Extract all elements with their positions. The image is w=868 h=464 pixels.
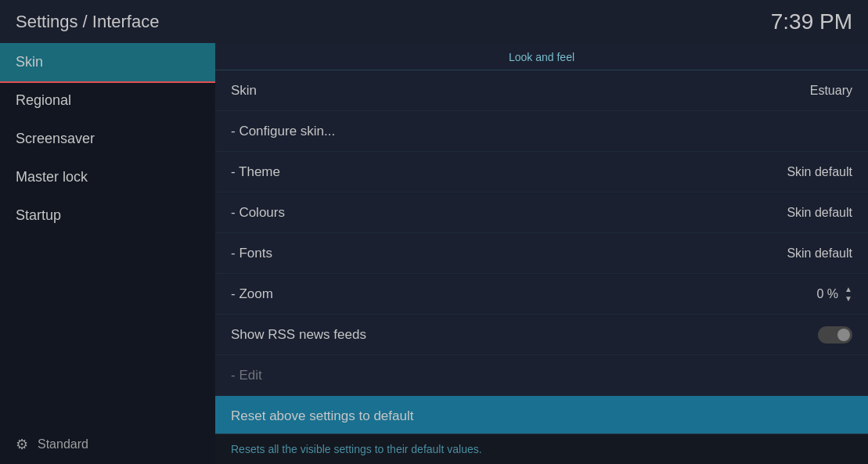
content-panel: Look and feel Skin Estuary - Configure s… [215, 43, 868, 464]
setting-value-fonts: Skin default [787, 246, 852, 261]
page-title: Settings / Interface [16, 12, 159, 32]
setting-row-edit[interactable]: - Edit [215, 355, 868, 396]
setting-label-zoom: - Zoom [231, 286, 273, 302]
sidebar-item-master-lock[interactable]: Master lock [0, 158, 215, 196]
sidebar-item-regional[interactable]: Regional [0, 81, 215, 120]
setting-row-reset[interactable]: Reset above settings to default [215, 396, 868, 433]
gear-icon: ⚙ [16, 436, 28, 453]
footer-description: Resets all the visible settings to their… [231, 443, 482, 455]
clock: 7:39 PM [771, 9, 852, 34]
section-header: Look and feel [215, 43, 868, 70]
sidebar: Skin Regional Screensaver Master lock St… [0, 43, 215, 464]
setting-label-colours: - Colours [231, 205, 285, 221]
setting-row-colours[interactable]: - Colours Skin default [215, 192, 868, 233]
header: Settings / Interface 7:39 PM [0, 0, 868, 43]
setting-value-zoom: 0 % ▲ ▼ [817, 286, 852, 303]
setting-row-theme[interactable]: - Theme Skin default [215, 152, 868, 192]
zoom-spinner[interactable]: ▲ ▼ [845, 286, 852, 303]
footer: Resets all the visible settings to their… [215, 433, 868, 464]
setting-row-fonts[interactable]: - Fonts Skin default [215, 233, 868, 274]
sidebar-item-startup[interactable]: Startup [0, 196, 215, 235]
zoom-up-icon[interactable]: ▲ [845, 286, 852, 293]
setting-label-edit: - Edit [231, 368, 262, 383]
setting-row-zoom[interactable]: - Zoom 0 % ▲ ▼ [215, 274, 868, 315]
settings-level: ⚙ Standard [0, 425, 215, 464]
setting-label-reset: Reset above settings to default [231, 408, 413, 424]
setting-value-rss [818, 326, 852, 344]
sidebar-item-screensaver[interactable]: Screensaver [0, 120, 215, 158]
setting-value-skin: Estuary [810, 84, 852, 98]
sidebar-item-skin[interactable]: Skin [0, 43, 215, 81]
setting-label-skin: Skin [231, 83, 257, 99]
setting-row-configure-skin[interactable]: - Configure skin... [215, 111, 868, 152]
settings-list: Skin Estuary - Configure skin... - Theme… [215, 70, 868, 433]
rss-toggle[interactable] [818, 326, 852, 344]
setting-value-colours: Skin default [787, 206, 852, 220]
setting-label-fonts: - Fonts [231, 246, 272, 261]
zoom-down-icon[interactable]: ▼ [845, 295, 852, 303]
setting-row-rss[interactable]: Show RSS news feeds [215, 315, 868, 355]
setting-label-configure-skin: - Configure skin... [231, 124, 335, 139]
setting-label-rss: Show RSS news feeds [231, 327, 366, 343]
setting-label-theme: - Theme [231, 164, 280, 180]
main-layout: Skin Regional Screensaver Master lock St… [0, 43, 868, 464]
setting-value-theme: Skin default [787, 165, 852, 179]
setting-row-skin[interactable]: Skin Estuary [215, 70, 868, 111]
